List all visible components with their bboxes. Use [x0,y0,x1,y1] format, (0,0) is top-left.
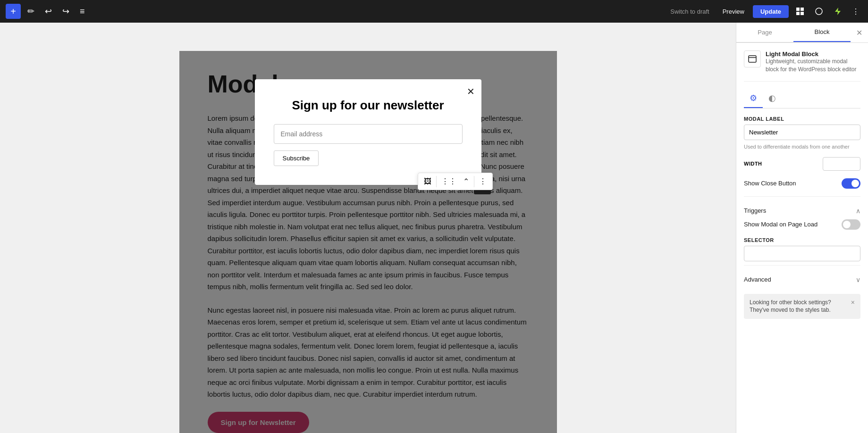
modal-title: Sign up for our newsletter [274,98,463,113]
redo-button[interactable]: ↪ [59,3,73,19]
block-info: Light Modal Block Lightweight, customiza… [744,50,860,82]
preview-button[interactable]: Preview [718,5,749,18]
modal-label-desc: Used to differentiate modals from one an… [744,144,860,150]
editor-area: Modal Lorem ipsum dolor sit amet, consec… [0,23,736,433]
main-area: Modal Lorem ipsum dolor sit amet, consec… [0,23,868,433]
block-icon [744,50,761,67]
list-view-button[interactable]: ≡ [76,4,89,19]
svg-marker-5 [835,8,841,15]
divider-2 [744,265,860,266]
modal-label-field: MODAL LABEL Used to differentiate modals… [744,116,860,150]
width-field-row: WIDTH [744,157,860,171]
block-name: Light Modal Block [766,50,860,58]
add-block-button[interactable]: + [6,4,21,19]
modal-email-input[interactable] [274,124,463,144]
advanced-chevron-icon: ∨ [856,276,860,283]
block-info-text: Light Modal Block Lightweight, customiza… [766,50,860,74]
triggers-chevron-icon: ∧ [856,207,860,215]
notification-text: Looking for other block settings? They'v… [750,299,847,315]
editor-mode-button[interactable] [811,4,826,19]
svg-rect-6 [749,56,756,62]
width-label: WIDTH [744,161,762,167]
divider-1 [744,196,860,197]
modal-subscribe-button[interactable]: Subscribe [274,150,319,166]
more-options-button[interactable]: ⋮ [849,4,862,19]
lightning-button[interactable] [830,4,845,19]
sidebar: Page Block ✕ Light Modal Block Lightweig… [736,23,868,433]
sidebar-tabs: Page Block [736,23,851,42]
show-modal-on-load-row: Show Modal on Page Load [744,219,860,230]
block-toolbar: 🖼 ⋮⋮ ⌃ ⋮ [418,173,493,190]
sidebar-close-button[interactable]: ✕ [851,24,868,42]
selector-label: SELECTOR [744,237,860,243]
block-image-icon[interactable]: 🖼 [421,175,434,188]
toggle-slider [842,178,860,189]
modal-label-input[interactable] [744,125,860,140]
width-input[interactable] [823,157,860,171]
show-close-button-toggle[interactable] [842,178,860,189]
triggers-section-header[interactable]: Triggers ∧ [744,202,860,219]
svg-rect-1 [801,8,804,11]
svg-rect-0 [796,8,800,11]
triggers-label: Triggers [744,207,766,214]
svg-rect-2 [796,12,800,15]
editor-inner: Modal Lorem ipsum dolor sit amet, consec… [179,51,557,433]
toolbar-left: + ✏ ↩ ↪ ≡ [6,3,89,19]
tab-page[interactable]: Page [736,23,793,42]
advanced-section-header[interactable]: Advanced ∨ [744,271,860,288]
modal-close-button[interactable]: ✕ [467,86,475,97]
sidebar-header: Page Block ✕ [736,23,868,43]
view-button[interactable] [792,4,808,19]
notification-close-button[interactable]: × [851,299,855,306]
notification-box: Looking for other block settings? They'v… [744,294,860,319]
block-more-icon[interactable]: ⋮ [476,175,489,188]
toggle-slider-2 [842,219,860,230]
modal-label-heading: MODAL LABEL [744,116,860,122]
modal-backdrop[interactable]: ✕ Sign up for our newsletter Subscribe + [179,51,557,433]
switch-to-draft-button[interactable]: Switch to draft [666,5,714,18]
block-toolbar-divider [436,176,437,187]
show-modal-on-load-label: Show Modal on Page Load [744,221,817,228]
modal-box: ✕ Sign up for our newsletter Subscribe + [255,79,481,185]
selector-field: SELECTOR [744,237,860,263]
show-close-button-row: Show Close Button [744,178,860,189]
update-button[interactable]: Update [753,5,789,18]
settings-tab-gear[interactable]: ⚙ [744,89,763,108]
show-close-button-label: Show Close Button [744,180,796,187]
settings-tab-contrast[interactable]: ◐ [763,89,782,108]
block-toolbar-divider-2 [474,176,474,187]
block-move-icon[interactable]: ⌃ [460,175,472,188]
block-description: Lightweight, customizable modal block fo… [766,58,860,74]
toolbar-right: Switch to draft Preview Update ⋮ [666,4,862,19]
toolbar: + ✏ ↩ ↪ ≡ Switch to draft Preview Update… [0,0,868,23]
block-drag-icon[interactable]: ⋮⋮ [438,175,459,188]
svg-point-4 [816,8,822,15]
sidebar-content: Light Modal Block Lightweight, customiza… [736,43,868,433]
settings-tabs: ⚙ ◐ [744,89,860,108]
tab-block[interactable]: Block [793,23,851,42]
edit-mode-button[interactable]: ✏ [24,3,38,19]
selector-input[interactable] [744,246,860,261]
show-modal-on-load-toggle[interactable] [842,219,860,230]
undo-button[interactable]: ↩ [41,3,56,19]
svg-rect-3 [801,12,804,15]
advanced-label: Advanced [744,276,771,283]
